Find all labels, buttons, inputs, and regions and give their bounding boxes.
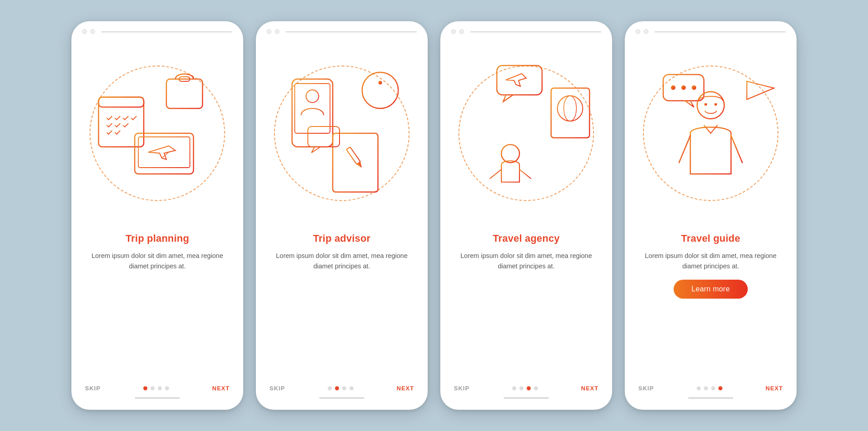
- svg-rect-0: [166, 79, 203, 108]
- dot-2[interactable]: [519, 386, 524, 390]
- svg-point-50: [501, 145, 519, 163]
- next-button[interactable]: NEXT: [765, 385, 783, 392]
- phone-nav: SKIP NEXT: [269, 385, 414, 392]
- dot-2[interactable]: [335, 386, 339, 390]
- phone-trip-planning: Trip planning Lorem ipsum dolor sit dim …: [71, 21, 243, 410]
- phone-trip-advisor: Trip advisor Lorem ipsum dolor sit dim a…: [256, 21, 428, 410]
- phones-container: Trip planning Lorem ipsum dolor sit dim …: [71, 21, 797, 410]
- phone-circle: [644, 29, 648, 34]
- phone-topbar: [71, 21, 243, 34]
- travel-guide-illustration: [638, 52, 783, 215]
- dot-1[interactable]: [328, 386, 332, 390]
- phone-travel-agency: Travel agency Lorem ipsum dolor sit dim …: [440, 21, 612, 410]
- dot-1[interactable]: [143, 386, 147, 390]
- next-button[interactable]: NEXT: [581, 385, 599, 392]
- phone-nav: SKIP NEXT: [454, 385, 599, 392]
- phone-circle: [459, 29, 464, 34]
- skip-button[interactable]: SKIP: [85, 385, 100, 392]
- nav-dots: [143, 386, 169, 390]
- svg-line-62: [679, 136, 690, 163]
- phone-illustration: [71, 38, 243, 228]
- phone-title: Travel guide: [681, 233, 741, 244]
- phone-title: Trip advisor: [313, 233, 370, 244]
- nav-dots: [328, 386, 354, 390]
- svg-point-52: [671, 85, 675, 90]
- phone-topbar: [440, 21, 612, 34]
- dot-4[interactable]: [165, 386, 169, 390]
- svg-rect-5: [99, 97, 144, 107]
- svg-point-18: [306, 90, 319, 103]
- svg-point-23: [378, 81, 382, 84]
- phone-illustration: [440, 38, 612, 228]
- home-bar: [319, 397, 364, 399]
- dot-2[interactable]: [151, 386, 155, 390]
- phone-topbar: [625, 21, 797, 34]
- phone-circle: [267, 29, 271, 34]
- phone-content: Travel guide Lorem ipsum dolor sit dim a…: [625, 228, 797, 385]
- home-bar: [688, 397, 733, 399]
- svg-point-56: [697, 92, 724, 119]
- trip-advisor-illustration: [269, 52, 414, 215]
- phone-illustration: [625, 38, 797, 228]
- phone-desc: Lorem ipsum dolor sit dim amet, mea regi…: [272, 251, 411, 272]
- svg-point-57: [704, 103, 707, 106]
- phone-bottom: SKIP NEXT: [625, 385, 797, 410]
- svg-point-58: [714, 103, 717, 106]
- phone-circle: [636, 29, 640, 34]
- dot-1[interactable]: [512, 386, 516, 390]
- phone-content: Trip advisor Lorem ipsum dolor sit dim a…: [256, 228, 428, 385]
- dot-1[interactable]: [697, 386, 701, 390]
- phone-topline: [286, 31, 417, 33]
- svg-rect-13: [138, 137, 190, 168]
- trip-planning-illustration: [85, 52, 230, 215]
- phone-nav: SKIP NEXT: [85, 385, 230, 392]
- svg-rect-16: [292, 79, 333, 147]
- phone-circle: [82, 29, 87, 34]
- phone-desc: Lorem ipsum dolor sit dim amet, mea regi…: [641, 251, 780, 272]
- phone-travel-guide: Travel guide Lorem ipsum dolor sit dim a…: [625, 21, 797, 410]
- phone-content: Travel agency Lorem ipsum dolor sit dim …: [440, 228, 612, 385]
- phone-title: Travel agency: [493, 233, 560, 244]
- next-button[interactable]: NEXT: [396, 385, 414, 392]
- phone-bottom: SKIP NEXT: [440, 385, 612, 410]
- phone-circle: [275, 29, 279, 34]
- phone-title: Trip planning: [126, 233, 189, 244]
- svg-point-53: [681, 85, 686, 90]
- dot-4[interactable]: [349, 386, 354, 390]
- skip-button[interactable]: SKIP: [638, 385, 654, 392]
- svg-rect-4: [99, 97, 144, 147]
- svg-rect-30: [346, 147, 360, 164]
- home-bar: [135, 397, 180, 399]
- phone-bottom: SKIP NEXT: [256, 385, 428, 410]
- nav-dots: [512, 386, 538, 390]
- phone-bottom: SKIP NEXT: [71, 385, 243, 410]
- svg-line-63: [731, 136, 742, 163]
- dot-3[interactable]: [158, 386, 162, 390]
- phone-topbar: [256, 21, 428, 34]
- svg-point-54: [692, 85, 696, 90]
- phone-circle: [451, 29, 456, 34]
- dot-2[interactable]: [704, 386, 708, 390]
- home-bar: [504, 397, 549, 399]
- travel-agency-illustration: [454, 52, 599, 215]
- phone-circle: [90, 29, 95, 34]
- dot-3[interactable]: [711, 386, 715, 390]
- dot-4[interactable]: [718, 386, 722, 390]
- skip-button[interactable]: SKIP: [454, 385, 469, 392]
- phone-desc: Lorem ipsum dolor sit dim amet, mea regi…: [88, 251, 227, 272]
- phone-topline: [470, 31, 601, 33]
- phone-nav: SKIP NEXT: [638, 385, 783, 392]
- phone-content: Trip planning Lorem ipsum dolor sit dim …: [71, 228, 243, 385]
- svg-rect-32: [308, 126, 340, 147]
- dot-3[interactable]: [342, 386, 346, 390]
- phone-topline: [655, 31, 786, 33]
- next-button[interactable]: NEXT: [212, 385, 230, 392]
- phone-topline: [101, 31, 232, 33]
- dot-3[interactable]: [527, 386, 531, 390]
- skip-button[interactable]: SKIP: [269, 385, 285, 392]
- dot-4[interactable]: [534, 386, 538, 390]
- learn-more-button[interactable]: Learn more: [674, 280, 748, 299]
- phone-desc: Lorem ipsum dolor sit dim amet, mea regi…: [457, 251, 596, 272]
- nav-dots: [697, 386, 722, 390]
- phone-illustration: [256, 38, 428, 228]
